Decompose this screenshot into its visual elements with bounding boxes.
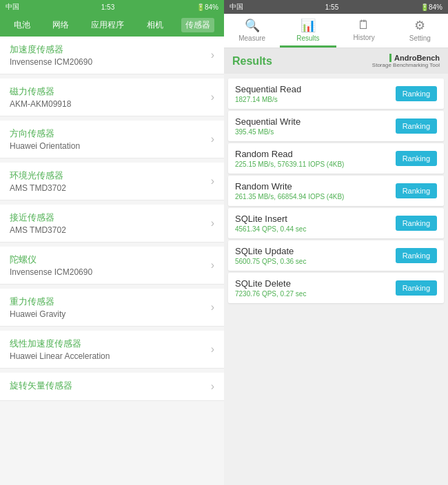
setting-tab-icon: ⚙ [414, 18, 425, 33]
bench-name: SQLite Delete [235, 278, 306, 289]
sensor-info: 加速度传感器 Invensense ICM20690 [10, 43, 92, 67]
sensor-info: 陀螺仪 Invensense ICM20690 [10, 254, 92, 277]
sensor-model: Invensense ICM20690 [10, 57, 92, 67]
sensor-info: 方向传感器 Huawei Orientation [10, 127, 80, 151]
androbench-logo: AndroBench Storage Benchmarking Tool [372, 54, 440, 68]
bench-info: Sequential Read 1827.14 MB/s [235, 84, 301, 103]
sensor-name: 接近传感器 [10, 211, 66, 224]
ranking-button[interactable]: Ranking [396, 248, 437, 263]
sensor-list: 加速度传感器 Invensense ICM20690 › 磁力传感器 AKM-A… [0, 37, 224, 485]
right-tabs: 🔍 Measure 📊 Results 🗒 History ⚙ Setting [224, 14, 448, 48]
bench-value: 395.45 MB/s [235, 128, 301, 136]
ranking-button[interactable]: Ranking [396, 216, 437, 231]
left-battery: 🔋84% [196, 3, 218, 11]
bench-name: Sequential Read [235, 84, 301, 94]
list-item[interactable]: 重力传感器 Huawei Gravity › [0, 289, 224, 327]
chevron-icon: › [211, 217, 214, 229]
history-tab-icon: 🗒 [358, 18, 370, 32]
sensor-model: Huawei Gravity [10, 309, 65, 319]
bench-name: SQLite Update [235, 246, 306, 256]
nav-network[interactable]: 网络 [48, 18, 73, 32]
measure-tab-icon: 🔍 [245, 18, 260, 33]
left-nav: 电池 网络 应用程序 相机 传感器 [0, 14, 224, 37]
table-row: SQLite Update 5600.75 QPS, 0.36 sec Rank… [228, 240, 444, 271]
left-status-bar: 中国 1:53 🔋84% [0, 0, 224, 14]
table-row: SQLite Delete 7230.76 QPS, 0.27 sec Rank… [228, 273, 444, 303]
ranking-button[interactable]: Ranking [396, 86, 437, 101]
table-row: Sequential Write 395.45 MB/s Ranking [228, 111, 444, 141]
left-panel: 中国 1:53 🔋84% 电池 网络 应用程序 相机 传感器 加速度传感器 In… [0, 0, 224, 485]
tab-history[interactable]: 🗒 History [336, 14, 392, 48]
table-row: Random Read 225.15 MB/s, 57639.11 IOPS (… [228, 143, 444, 174]
sensor-name: 磁力传感器 [10, 85, 71, 98]
ranking-button[interactable]: Ranking [396, 280, 437, 296]
bench-value: 7230.76 QPS, 0.27 sec [235, 290, 306, 298]
list-item[interactable]: 磁力传感器 AKM-AKM09918 › [0, 79, 224, 116]
sensor-model: Huawei Linear Acceleration [10, 351, 110, 361]
bench-value: 225.15 MB/s, 57639.11 IOPS (4KB) [235, 161, 344, 168]
right-status-bar: 中国 1:55 🔋84% [224, 0, 448, 14]
bench-info: SQLite Update 5600.75 QPS, 0.36 sec [235, 246, 306, 265]
chevron-icon: › [211, 259, 214, 271]
bench-value: 5600.75 QPS, 0.36 sec [235, 258, 306, 265]
bench-name: Random Read [235, 149, 344, 159]
right-time: 1:55 [325, 3, 338, 11]
sensor-model: Invensense ICM20690 [10, 267, 92, 277]
sensor-name: 重力传感器 [10, 296, 65, 308]
sensor-model: AMS TMD3702 [10, 183, 66, 193]
sensor-model: AMS TMD3702 [10, 225, 66, 235]
ranking-button[interactable]: Ranking [396, 118, 437, 134]
chevron-icon: › [211, 343, 214, 355]
tab-measure[interactable]: 🔍 Measure [224, 14, 280, 48]
sensor-name: 线性加速度传感器 [10, 338, 110, 350]
list-item[interactable]: 陀螺仪 Invensense ICM20690 › [0, 247, 224, 285]
list-item[interactable]: 线性加速度传感器 Huawei Linear Acceleration › [0, 331, 224, 369]
nav-sensors[interactable]: 传感器 [181, 18, 214, 32]
sensor-name: 陀螺仪 [10, 254, 92, 266]
list-item[interactable]: 旋转矢量传感器 › [0, 373, 224, 401]
chevron-icon: › [211, 49, 214, 61]
results-tab-label: Results [296, 34, 319, 42]
nav-battery[interactable]: 电池 [10, 18, 34, 32]
nav-apps[interactable]: 应用程序 [87, 18, 128, 32]
sensor-info: 线性加速度传感器 Huawei Linear Acceleration [10, 338, 110, 361]
list-item[interactable]: 加速度传感器 Invensense ICM20690 › [0, 37, 224, 74]
chevron-icon: › [211, 91, 214, 103]
ranking-button[interactable]: Ranking [396, 151, 437, 166]
tab-setting[interactable]: ⚙ Setting [392, 14, 448, 48]
brand-sub: Storage Benchmarking Tool [372, 62, 440, 68]
list-item[interactable]: 环境光传感器 AMS TMD3702 › [0, 163, 224, 200]
bench-list: Sequential Read 1827.14 MB/s Ranking Seq… [224, 74, 448, 485]
setting-tab-label: Setting [409, 34, 431, 42]
bench-name: SQLite Insert [235, 214, 306, 224]
sensor-info: 旋转矢量传感器 [10, 380, 72, 393]
chevron-icon: › [211, 133, 214, 145]
sensor-info: 磁力传感器 AKM-AKM09918 [10, 85, 71, 109]
chevron-icon: › [211, 380, 214, 393]
list-item[interactable]: 接近传感器 AMS TMD3702 › [0, 205, 224, 242]
sensor-name: 加速度传感器 [10, 43, 92, 56]
sensor-info: 重力传感器 Huawei Gravity [10, 296, 65, 319]
tab-results[interactable]: 📊 Results [280, 14, 336, 48]
bench-name: Random Write [235, 181, 344, 192]
bench-info: SQLite Delete 7230.76 QPS, 0.27 sec [235, 278, 306, 298]
left-time: 1:53 [101, 3, 114, 11]
bench-value: 261.35 MB/s, 66854.94 IOPS (4KB) [235, 193, 344, 200]
chevron-icon: › [211, 175, 214, 187]
ranking-button[interactable]: Ranking [396, 183, 437, 198]
history-tab-label: History [354, 34, 375, 41]
results-title: Results [232, 55, 272, 68]
measure-tab-label: Measure [238, 34, 265, 42]
chevron-icon: › [211, 301, 214, 313]
bench-value: 4561.34 QPS, 0.44 sec [235, 225, 306, 233]
sensor-model: AKM-AKM09918 [10, 99, 71, 109]
sensor-name: 方向传感器 [10, 127, 80, 140]
sensor-info: 环境光传感器 AMS TMD3702 [10, 169, 66, 193]
bench-info: Sequential Write 395.45 MB/s [235, 116, 301, 136]
left-carrier: 中国 [6, 2, 19, 12]
sensor-name: 旋转矢量传感器 [10, 380, 72, 392]
right-battery: 🔋84% [420, 3, 442, 11]
nav-camera[interactable]: 相机 [143, 18, 167, 32]
list-item[interactable]: 方向传感器 Huawei Orientation › [0, 121, 224, 158]
brand-name: AndroBench [389, 54, 440, 62]
